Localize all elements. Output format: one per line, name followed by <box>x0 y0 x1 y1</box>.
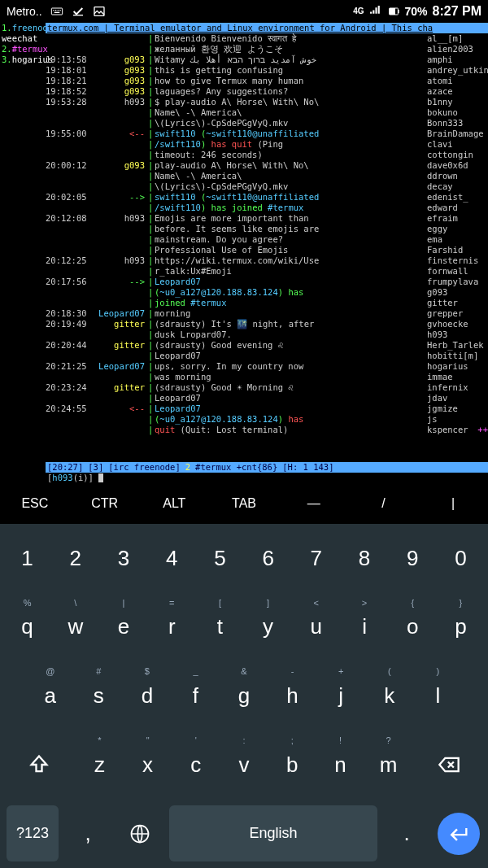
nick-list-item[interactable]: bokuno <box>427 107 488 118</box>
nick-list-item[interactable]: grepper <box>427 308 488 319</box>
enter-key[interactable] <box>438 813 480 855</box>
nick-list-item[interactable]: Bonn333 <box>427 118 488 129</box>
chat-log[interactable]: |Bienvenido Bienvenido स्वागत हे|желанны… <box>46 33 425 462</box>
space-key[interactable]: English <box>169 805 377 861</box>
chat-line: 20:18:30Leopard07|morning <box>46 308 425 319</box>
nick-list-item[interactable]: clavi <box>427 139 488 150</box>
nick-list-item[interactable]: gvhoecke <box>427 319 488 329</box>
nick-list-item[interactable]: kspencer++ <box>427 425 488 435</box>
key-x[interactable]: "x <box>124 731 172 800</box>
key-3[interactable]: 3 <box>99 524 147 593</box>
nick-list-item[interactable]: immae <box>427 372 488 382</box>
key-g[interactable]: &g <box>220 661 268 731</box>
key-c[interactable]: 'c <box>172 731 220 800</box>
weechat-input[interactable]: [h093(i)] <box>46 473 488 483</box>
nick-list-item[interactable]: ema <box>427 234 488 245</box>
key-e[interactable]: |e <box>99 593 147 662</box>
nick-list-item[interactable]: infernix <box>427 382 488 393</box>
nick-list-item[interactable]: amphi <box>427 55 488 65</box>
nick-list-item[interactable]: jdav <box>427 393 488 403</box>
buffer-item[interactable]: weechat <box>0 33 46 44</box>
buffer-item[interactable]: 2.#termux <box>0 44 46 55</box>
svg-rect-2 <box>55 10 56 11</box>
key-5[interactable]: 5 <box>196 524 244 593</box>
key-6[interactable]: 6 <box>244 524 292 593</box>
symbols-key[interactable]: ?123 <box>7 805 59 861</box>
nick-list-item[interactable]: atomi <box>427 76 488 86</box>
backspace-key[interactable] <box>412 731 485 800</box>
nick-list-item[interactable]: edenist_ <box>427 192 488 203</box>
extra-key-tab[interactable]: TAB <box>209 486 279 521</box>
nick-list-item[interactable]: ddrown <box>427 171 488 181</box>
key-m[interactable]: ?m <box>364 731 412 800</box>
key-1[interactable]: 1 <box>3 524 51 593</box>
nick-list-item[interactable]: BrainDamage <box>427 129 488 139</box>
nick-list-item[interactable]: g093 <box>427 287 488 298</box>
key-j[interactable]: +j <box>316 661 365 731</box>
key-s[interactable]: #s <box>75 661 124 731</box>
nick-list-item[interactable]: al__[m] <box>427 33 488 44</box>
buffer-item[interactable]: 1.freenode <box>0 23 46 33</box>
key-0[interactable]: 0 <box>437 524 485 593</box>
nick-list-item[interactable]: js <box>427 414 488 425</box>
nick-list-item[interactable]: jgmize <box>427 403 488 414</box>
keyboard-icon <box>50 5 63 18</box>
nick-list-item[interactable]: hogarius <box>427 361 488 372</box>
key-d[interactable]: $d <box>123 661 172 731</box>
extra-key-ctr[interactable]: CTR <box>70 486 140 521</box>
key-b[interactable]: ;b <box>268 731 316 800</box>
nick-list-item[interactable]: finsternis <box>427 255 488 266</box>
key-4[interactable]: 4 <box>148 524 196 593</box>
nick-list-item[interactable]: Farshid <box>427 245 488 255</box>
nick-list[interactable]: al__[m]alien2003amphiandrey_utkinatomiaz… <box>425 33 488 462</box>
buffer-item[interactable]: 3.hogarius <box>0 55 46 65</box>
nick-list-item[interactable]: Herb_Tarlek <box>427 340 488 351</box>
key-l[interactable]: )l <box>414 661 463 731</box>
key-u[interactable]: <u <box>292 593 340 662</box>
extra-key-/[interactable]: / <box>349 486 419 521</box>
key-9[interactable]: 9 <box>389 524 437 593</box>
nick-list-item[interactable]: edward <box>427 203 488 213</box>
key-8[interactable]: 8 <box>340 524 388 593</box>
key-f[interactable]: _f <box>172 661 220 731</box>
key-p[interactable]: }p <box>437 593 485 662</box>
nick-list-item[interactable]: frumpylava <box>427 277 488 287</box>
extra-key-alt[interactable]: ALT <box>139 486 209 521</box>
key-i[interactable]: >i <box>340 593 388 662</box>
key-n[interactable]: !n <box>316 731 364 800</box>
key-k[interactable]: (k <box>365 661 414 731</box>
shift-key[interactable] <box>3 731 76 800</box>
key-o[interactable]: {o <box>389 593 437 662</box>
comma-key[interactable]: , <box>62 799 114 868</box>
key-7[interactable]: 7 <box>292 524 340 593</box>
nick-list-item[interactable]: dave0x6d <box>427 160 488 171</box>
nick-list-item[interactable]: andrey_utkin <box>427 65 488 76</box>
key-r[interactable]: =r <box>148 593 196 662</box>
language-key[interactable] <box>114 799 166 868</box>
key-a[interactable]: @a <box>26 661 75 731</box>
terminal[interactable]: 1.freenode weechat2.#termux3.hogarius te… <box>0 23 488 483</box>
nick-list-item[interactable]: fornwall <box>427 266 488 277</box>
key-z[interactable]: *z <box>76 731 124 800</box>
key-q[interactable]: %q <box>3 593 51 662</box>
nick-list-item[interactable]: gitter <box>427 298 488 308</box>
nick-list-item[interactable]: efraim <box>427 213 488 224</box>
nick-list-item[interactable]: hobitti[m] <box>427 351 488 361</box>
key-v[interactable]: :v <box>220 731 268 800</box>
nick-list-item[interactable]: eggy <box>427 224 488 234</box>
key-t[interactable]: [t <box>196 593 244 662</box>
key-h[interactable]: -h <box>268 661 317 731</box>
period-key[interactable]: . <box>381 799 433 868</box>
key-2[interactable]: 2 <box>51 524 99 593</box>
nick-list-item[interactable]: h093 <box>427 329 488 340</box>
key-w[interactable]: \w <box>51 593 99 662</box>
key-y[interactable]: ]y <box>244 593 292 662</box>
extra-key-—[interactable]: — <box>279 486 349 521</box>
nick-list-item[interactable]: cottongin <box>427 150 488 160</box>
nick-list-item[interactable]: alien2003 <box>427 44 488 55</box>
extra-key-esc[interactable]: ESC <box>0 486 70 521</box>
nick-list-item[interactable]: azace <box>427 86 488 97</box>
nick-list-item[interactable]: decay <box>427 181 488 192</box>
nick-list-item[interactable]: b1nny <box>427 97 488 107</box>
extra-key-|[interactable]: | <box>418 486 488 521</box>
